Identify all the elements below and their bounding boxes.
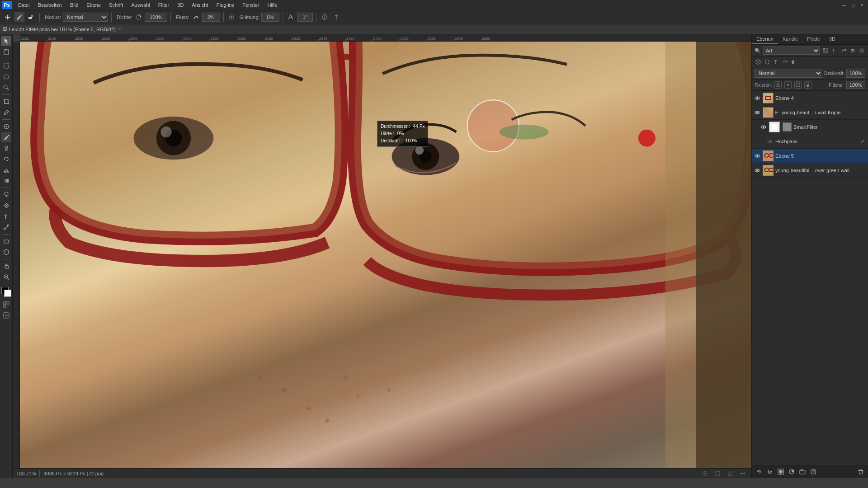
tool-text[interactable]: T	[1, 211, 11, 221]
menu-hilfe[interactable]: Hilfe	[264, 1, 281, 9]
layer-visibility-ebene4[interactable]	[754, 94, 761, 102]
tool-hand[interactable]	[1, 261, 11, 271]
layer-visibility-ebene5[interactable]	[754, 152, 761, 160]
menu-auswahl[interactable]: Auswahl	[127, 1, 154, 9]
menu-plugins[interactable]: Plug-ins	[212, 1, 238, 9]
tool-pen[interactable]	[1, 201, 11, 211]
lock-all-icon[interactable]	[804, 81, 811, 89]
tool-quick-select[interactable]	[1, 83, 11, 93]
menu-schrift[interactable]: Schrift	[105, 1, 127, 9]
layer-item-young-orig[interactable]: young-beautiful-...over-green-wall	[752, 163, 868, 178]
tool-stamp[interactable]	[1, 143, 11, 153]
tab-kanaele[interactable]: Kanäle	[778, 34, 802, 44]
tool-path-select[interactable]	[1, 222, 11, 232]
move-tool-icon[interactable]	[3, 12, 13, 22]
layer-filter-icon-3[interactable]	[840, 47, 847, 54]
layer-link-button[interactable]	[755, 467, 764, 476]
tool-eraser[interactable]	[1, 165, 11, 175]
status-icon-4[interactable]	[738, 469, 748, 479]
menu-fenster[interactable]: Fenster	[239, 1, 263, 9]
tool-dodge[interactable]	[1, 190, 11, 200]
layer-item-ebene4[interactable]: Ebene 4	[752, 91, 868, 105]
doc-close-button[interactable]: ×	[118, 27, 121, 32]
tool-spot-heal[interactable]	[1, 122, 11, 131]
layer-filter-icon-2[interactable]: T	[831, 47, 838, 54]
tool-extra2[interactable]	[1, 310, 11, 320]
symmetry-icon[interactable]	[331, 12, 341, 22]
layer-item-young-kopie[interactable]: ▶ young-beaut...n-wall Kopie	[752, 105, 868, 120]
layer-expand-young-kopie[interactable]: ▶	[775, 110, 780, 114]
layer-ctrl-1[interactable]	[755, 58, 762, 66]
tool-move[interactable]	[1, 36, 11, 46]
tool-history-brush[interactable]	[1, 154, 11, 164]
layer-fx-button[interactable]: fx	[765, 467, 774, 476]
menu-datei[interactable]: Datei	[14, 1, 33, 9]
tool-3d-material[interactable]	[1, 247, 11, 257]
status-icon-2[interactable]	[712, 469, 722, 479]
tool-artboard[interactable]	[1, 47, 11, 57]
layer-filter-icon-1[interactable]	[822, 47, 829, 54]
layer-group-button[interactable]	[798, 467, 807, 476]
tool-select-rect[interactable]	[1, 61, 11, 71]
brush-tool-icon[interactable]	[14, 12, 24, 22]
layer-item-ebene5[interactable]: Ebene 5	[752, 149, 868, 163]
layer-visibility-hochpass[interactable]	[766, 138, 774, 145]
tool-extra[interactable]	[1, 300, 11, 310]
status-icon-3[interactable]	[725, 469, 735, 479]
blend-mode-select[interactable]: Normal	[755, 69, 822, 78]
window-maximize[interactable]: □	[849, 1, 857, 9]
layer-item-hochpass[interactable]: Hochpass	[752, 134, 868, 149]
opacity-input[interactable]	[846, 69, 865, 78]
layer-mask-button[interactable]	[776, 467, 785, 476]
layer-visibility-young-orig[interactable]	[754, 167, 761, 174]
density-input[interactable]	[145, 13, 167, 22]
menu-filter[interactable]: Filter	[155, 1, 173, 9]
layer-visibility-young-kopie[interactable]	[754, 109, 761, 116]
status-icon-1[interactable]	[700, 469, 710, 479]
angle-input[interactable]	[297, 13, 313, 22]
smoothing-settings-icon[interactable]	[227, 13, 236, 22]
tool-brush[interactable]	[1, 132, 11, 142]
menu-ansicht[interactable]: Ansicht	[188, 1, 212, 9]
menu-ebene[interactable]: Ebene	[83, 1, 104, 9]
tool-shape[interactable]	[1, 236, 11, 246]
layer-item-smartfilter[interactable]: SmartFilter	[752, 120, 868, 134]
menu-bild[interactable]: Bild	[66, 1, 82, 9]
layer-delete-button[interactable]	[856, 467, 865, 476]
tool-eyedropper[interactable]	[1, 108, 11, 117]
layer-type-filter[interactable]: Art	[763, 47, 820, 55]
layer-ctrl-5[interactable]	[791, 58, 798, 66]
tool-gradient[interactable]	[1, 176, 11, 186]
layer-ctrl-4[interactable]	[782, 58, 789, 66]
layer-ctrl-3[interactable]: T	[773, 58, 780, 66]
window-close[interactable]: ×	[858, 1, 866, 9]
layer-new-button[interactable]	[809, 467, 818, 476]
layer-visibility-smartfilter[interactable]	[760, 123, 767, 131]
layer-filter-icon-5[interactable]	[858, 47, 865, 54]
lock-pixels-icon[interactable]	[774, 81, 782, 89]
pressure-icon[interactable]	[320, 12, 330, 22]
window-minimize[interactable]: —	[840, 1, 848, 9]
menu-3d[interactable]: 3D	[174, 1, 187, 9]
tool-lasso[interactable]	[1, 72, 11, 82]
lock-position-icon[interactable]	[784, 81, 792, 89]
tab-ebenen[interactable]: Ebenen	[752, 34, 778, 44]
smoothing-input[interactable]	[261, 13, 279, 22]
tab-3d[interactable]: 3D	[825, 34, 840, 44]
foreground-color[interactable]	[1, 287, 11, 297]
menu-bearbeiten[interactable]: Bearbeiten	[34, 1, 66, 9]
svg-rect-105	[823, 51, 825, 53]
photo-canvas[interactable]: Durchmesser : 44 Px Härte : 0% Deckkraft…	[20, 42, 751, 468]
layer-filter-icon-4[interactable]	[849, 47, 856, 54]
layer-adjustment-button[interactable]	[787, 467, 796, 476]
main-area: T	[0, 34, 868, 478]
tab-pfade[interactable]: Pfade	[802, 34, 825, 44]
tool-crop[interactable]	[1, 97, 11, 107]
layer-ctrl-2[interactable]	[764, 58, 771, 66]
eraser-tool-icon[interactable]	[26, 12, 36, 22]
tool-zoom[interactable]	[1, 272, 11, 282]
flow-input[interactable]	[202, 13, 220, 22]
fill-input[interactable]	[846, 81, 865, 89]
mode-select[interactable]: Normal	[63, 13, 108, 22]
lock-artboard-icon[interactable]	[794, 81, 802, 89]
